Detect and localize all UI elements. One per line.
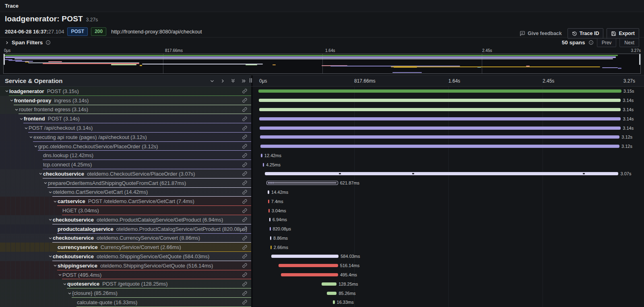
link-icon[interactable] — [242, 272, 248, 278]
span-timeline-cell[interactable]: 3.14s — [253, 114, 644, 123]
span-timeline-cell[interactable]: 16.33ms — [253, 298, 644, 307]
span-timeline-cell[interactable]: 12.42ms — [253, 151, 644, 160]
link-icon[interactable] — [242, 162, 248, 168]
link-icon[interactable] — [242, 143, 248, 149]
span-name-cell[interactable]: frontendPOST (3.14s) — [0, 114, 253, 123]
collapse-chevron-icon[interactable] — [58, 273, 62, 277]
span-row[interactable]: checkoutserviceoteldemo.CurrencyService/… — [0, 234, 644, 243]
link-icon[interactable] — [242, 235, 248, 241]
span-name-cell[interactable]: cartservicePOST /oteldemo.CartService/Ge… — [0, 197, 253, 206]
span-timeline-cell[interactable]: 14.42ms — [253, 188, 644, 197]
link-icon[interactable] — [242, 281, 248, 287]
span-timeline-cell[interactable]: 4.25ms — [253, 160, 644, 169]
span-timeline-cell[interactable]: 3.15s — [253, 87, 644, 96]
span-duration-bar[interactable] — [266, 181, 338, 185]
info-icon[interactable] — [45, 40, 51, 45]
collapse-chevron-icon[interactable] — [68, 291, 72, 295]
minimap-right-handle[interactable] — [639, 54, 640, 65]
span-duration-bar[interactable] — [327, 292, 336, 295]
span-row[interactable]: POST (495.4ms)495.4ms — [0, 270, 644, 280]
link-icon[interactable] — [242, 107, 248, 112]
collapse-chevron-icon[interactable] — [5, 89, 9, 93]
span-row[interactable]: POST /api/checkout (3.14s)3.14s — [0, 123, 644, 133]
link-icon[interactable] — [242, 171, 248, 176]
span-duration-bar[interactable] — [259, 117, 621, 120]
span-name-cell[interactable]: prepareOrderItemsAndShippingQuoteFromCar… — [0, 178, 253, 188]
span-name-cell[interactable]: checkoutserviceoteldemo.CurrencyService/… — [0, 234, 253, 243]
span-timeline-cell[interactable]: 3.14s — [253, 123, 644, 133]
trace-minimap[interactable] — [3, 54, 641, 74]
link-icon[interactable] — [242, 245, 248, 250]
span-row[interactable]: executing api route (pages) /api/checkou… — [0, 133, 644, 142]
span-name-cell[interactable]: checkoutserviceoteldemo.CheckoutService/… — [0, 169, 253, 178]
span-duration-bar[interactable] — [260, 127, 621, 130]
span-row[interactable]: checkoutserviceoteldemo.ProductCatalogSe… — [0, 215, 644, 224]
span-duration-bar[interactable] — [258, 89, 621, 93]
span-name-cell[interactable]: executing api route (pages) /api/checkou… — [0, 133, 253, 142]
span-row[interactable]: quoteservicePOST /getquote (128.25ms)128… — [0, 279, 644, 288]
span-row[interactable]: router frontend egress (3.14s)3.14s — [0, 105, 644, 114]
span-row[interactable]: HGET (3.04ms)3.04ms — [0, 206, 644, 215]
span-duration-bar[interactable] — [261, 154, 262, 157]
span-row[interactable]: calculate-quote (16.33ms)16.33ms — [0, 298, 644, 307]
info-icon[interactable] — [588, 40, 594, 45]
span-timeline-cell[interactable]: 3.12s — [253, 142, 644, 151]
link-icon[interactable] — [242, 217, 248, 222]
span-duration-bar[interactable] — [268, 199, 269, 203]
span-name-cell[interactable]: frontend-proxyingress (3.14s) — [0, 96, 253, 105]
link-icon[interactable] — [242, 134, 248, 140]
collapse-chevron-icon[interactable] — [48, 254, 53, 258]
span-timeline-cell[interactable]: 516.14ms — [253, 261, 644, 270]
span-duration-bar[interactable] — [270, 227, 271, 231]
span-duration-bar[interactable] — [259, 108, 621, 111]
link-icon[interactable] — [242, 199, 248, 204]
collapse-chevron-icon[interactable] — [10, 98, 14, 102]
span-name-cell[interactable]: oteldemo.CartService/GetCart (14.42ms) — [0, 188, 253, 197]
span-timeline-cell[interactable]: 6.94ms — [253, 215, 644, 224]
link-icon[interactable] — [242, 253, 248, 259]
link-icon[interactable] — [242, 180, 248, 186]
span-name-cell[interactable]: quoteservicePOST /getquote (128.25ms) — [0, 279, 253, 288]
span-duration-bar[interactable] — [259, 99, 621, 102]
span-duration-bar[interactable] — [279, 264, 338, 267]
span-timeline-cell[interactable]: 128.25ms — [253, 279, 644, 288]
span-name-cell[interactable]: HGET (3.04ms) — [0, 206, 253, 215]
span-name-cell[interactable]: productcatalogserviceoteldemo.ProductCat… — [0, 224, 253, 234]
span-timeline-cell[interactable]: 8.86ms — [253, 234, 644, 243]
span-row[interactable]: cartservicePOST /oteldemo.CartService/Ge… — [0, 197, 644, 206]
collapse-chevron-icon[interactable] — [48, 190, 53, 194]
span-timeline-cell[interactable]: 3.14s — [253, 105, 644, 114]
chevron-down-icon[interactable] — [210, 79, 215, 83]
link-icon[interactable] — [242, 290, 248, 296]
next-span-button[interactable]: Next — [619, 38, 639, 47]
span-row[interactable]: frontend-proxyingress (3.14s)3.14s — [0, 96, 644, 105]
link-icon[interactable] — [242, 263, 248, 268]
link-icon[interactable] — [242, 208, 248, 214]
collapse-chevron-icon[interactable] — [53, 199, 58, 203]
span-row[interactable]: checkoutserviceoteldemo.ShippingService/… — [0, 252, 644, 261]
minimap-left-handle[interactable] — [4, 54, 5, 65]
span-name-cell[interactable]: shippingserviceoteldemo.ShippingService/… — [0, 261, 253, 270]
column-resize-grip[interactable] — [250, 78, 253, 83]
span-duration-bar[interactable] — [268, 209, 270, 212]
span-name-cell[interactable]: router frontend egress (3.14s) — [0, 105, 253, 114]
span-row[interactable]: loadgeneratorPOST (3.15s)3.15s — [0, 87, 644, 96]
span-timeline-cell[interactable]: 584.03ms — [253, 252, 644, 261]
span-row[interactable]: dns.lookup (12.42ms)12.42ms — [0, 151, 644, 160]
span-timeline-cell[interactable]: 3.07s — [253, 169, 644, 178]
span-duration-bar[interactable] — [260, 135, 619, 139]
collapse-chevron-icon[interactable] — [53, 263, 58, 268]
link-icon[interactable] — [242, 189, 248, 195]
span-timeline-cell[interactable]: 3.14s — [253, 96, 644, 105]
span-row[interactable]: shippingserviceoteldemo.ShippingService/… — [0, 261, 644, 270]
span-duration-bar[interactable] — [268, 190, 269, 194]
span-timeline-cell[interactable]: 85.26ms — [253, 288, 644, 298]
span-timeline-cell[interactable]: 7.4ms — [253, 197, 644, 206]
span-row[interactable]: checkoutserviceoteldemo.CheckoutService/… — [0, 169, 644, 178]
span-duration-bar[interactable] — [269, 218, 270, 222]
span-duration-bar[interactable] — [265, 172, 619, 175]
span-name-cell[interactable]: {closure} (85.26ms) — [0, 288, 253, 298]
collapse-chevron-icon[interactable] — [24, 126, 29, 130]
collapse-chevron-icon[interactable] — [48, 236, 53, 240]
span-duration-bar[interactable] — [260, 145, 619, 148]
